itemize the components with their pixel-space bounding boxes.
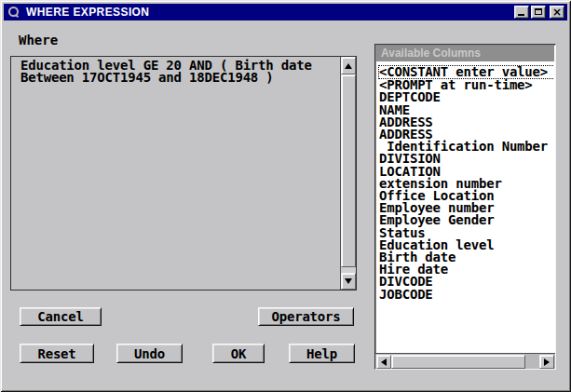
scroll-left-button[interactable]: [376, 355, 391, 369]
left-arrow-icon: [381, 358, 387, 366]
where-expression-text: Education level GE 20 AND ( Birth date B…: [20, 60, 337, 85]
available-columns-panel: Available Columns <CONSTANT enter value>…: [374, 44, 556, 370]
help-button[interactable]: Help: [289, 344, 355, 363]
available-columns-header: Available Columns: [376, 46, 554, 61]
scroll-right-button[interactable]: [539, 355, 554, 369]
available-columns-list[interactable]: <CONSTANT enter value><PROMPT at run-tim…: [376, 61, 554, 352]
reset-button[interactable]: Reset: [20, 344, 94, 363]
minimize-button[interactable]: [514, 6, 529, 19]
where-expression-textarea[interactable]: Education level GE 20 AND ( Birth date B…: [10, 56, 357, 291]
close-button[interactable]: ×: [550, 6, 564, 19]
window-controls: ×: [512, 6, 564, 19]
title-bar[interactable]: WHERE EXPRESSION ×: [4, 4, 567, 20]
expression-vertical-scrollbar[interactable]: [340, 57, 356, 290]
cancel-button[interactable]: Cancel: [20, 307, 102, 326]
window-title: WHERE EXPRESSION: [26, 4, 149, 20]
horizontal-scroll-thumb[interactable]: [391, 355, 525, 369]
ok-button[interactable]: OK: [212, 344, 265, 363]
columns-horizontal-scrollbar[interactable]: [375, 353, 555, 369]
scroll-up-button[interactable]: [341, 57, 356, 74]
up-arrow-icon: [345, 63, 352, 69]
app-icon[interactable]: [8, 7, 19, 17]
right-arrow-icon: [544, 358, 550, 366]
maximize-icon: [535, 8, 542, 15]
operators-button[interactable]: Operators: [258, 307, 354, 326]
vertical-scroll-thumb[interactable]: [341, 74, 356, 267]
scroll-down-button[interactable]: [341, 273, 356, 290]
column-list-item[interactable]: JOBCODE: [379, 289, 554, 301]
where-expression-dialog: WHERE EXPRESSION × Where Education level…: [0, 0, 571, 392]
undo-button[interactable]: Undo: [116, 344, 183, 363]
where-label: Where: [19, 33, 58, 47]
down-arrow-icon: [345, 278, 352, 284]
close-icon: ×: [551, 6, 564, 19]
minimize-icon: [518, 14, 524, 16]
maximize-button[interactable]: [531, 6, 546, 19]
